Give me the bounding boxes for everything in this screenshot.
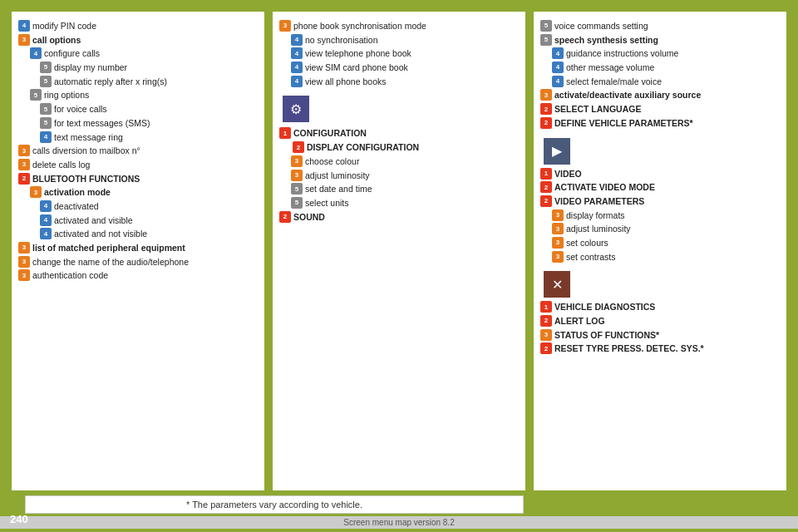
item-label: SELECT LANGUAGE	[554, 103, 641, 116]
item-badge: 4	[40, 131, 52, 143]
item-label: modify PIN code	[32, 20, 96, 32]
item-badge: 4	[18, 20, 30, 32]
list-item: 3set contrasts	[540, 251, 780, 264]
item-badge: 2	[540, 103, 552, 115]
list-item: 3set colours	[540, 237, 780, 249]
display-config-title: DISPLAY CONFIGURATION	[307, 141, 419, 154]
item-badge: 2	[540, 195, 552, 207]
item-label: ALERT LOG	[554, 315, 605, 328]
item-badge: 5	[291, 183, 303, 195]
list-item: 5for text messages (SMS)	[18, 117, 258, 130]
item-label: activated and visible	[54, 214, 133, 227]
list-item: 2VIDEO PARAMETERS	[540, 195, 780, 208]
item-badge: 2	[540, 117, 552, 129]
diag-icon-row: ✕	[540, 268, 780, 299]
column3-top-items: 5voice commands setting5speech synthesis…	[540, 20, 780, 130]
item-label: other message volume	[566, 62, 654, 74]
item-label: adjust luminosity	[566, 223, 631, 235]
column2-items: 3phone book synchronisation mode4no sync…	[279, 20, 519, 87]
diag-badge: 1	[540, 301, 552, 313]
list-item: 3STATUS OF FUNCTIONS*	[540, 329, 780, 342]
item-badge: 5	[540, 20, 552, 32]
list-item: 5select units	[279, 197, 519, 209]
footer-note-text: * The parameters vary according to vehic…	[186, 500, 362, 510]
item-label: call options	[32, 34, 81, 47]
main-content: 4modify PIN code3call options4configure …	[12, 12, 786, 490]
item-label: authentication code	[32, 269, 108, 282]
item-badge: 4	[552, 76, 564, 87]
list-item: 4view SIM card phone book	[279, 62, 519, 74]
item-badge: 3	[552, 251, 564, 263]
item-badge: 4	[40, 200, 52, 212]
column3-video-items: 2ACTIVATE VIDEO MODE2VIDEO PARAMETERS3di…	[540, 181, 780, 263]
item-label: view SIM card phone book	[305, 62, 408, 74]
item-label: ACTIVATE VIDEO MODE	[554, 181, 655, 194]
item-badge: 3	[18, 145, 30, 156]
item-label: activate/deactivate auxiliary source	[554, 89, 701, 101]
list-item: 4view all phone books	[279, 76, 519, 88]
list-item: 3activate/deactivate auxiliary source	[540, 89, 780, 101]
item-label: guidance instructions volume	[566, 47, 678, 60]
config-icon-row: ⚙	[279, 92, 519, 124]
item-label: change the name of the audio/telephone	[32, 256, 189, 268]
column-3: 5voice commands setting5speech synthesis…	[534, 12, 786, 490]
list-item: 2SELECT LANGUAGE	[540, 103, 780, 116]
list-item: 4text message ring	[18, 131, 258, 144]
item-badge: 3	[540, 329, 552, 341]
list-item: 2RESET TYRE PRESS. DETEC. SYS.*	[540, 342, 780, 355]
item-badge: 2	[540, 342, 552, 354]
video-title-row: 1 VIDEO	[540, 168, 780, 180]
item-label: delete calls log	[32, 159, 90, 171]
item-label: select units	[305, 197, 349, 209]
item-label: automatic reply after x ring(s)	[54, 76, 167, 88]
item-badge: 3	[552, 223, 564, 234]
list-item: 5set date and time	[279, 183, 519, 195]
video-title: VIDEO	[554, 168, 582, 180]
item-badge: 4	[30, 47, 42, 59]
item-badge: 4	[552, 47, 564, 59]
display-config-badge: 2	[293, 141, 304, 153]
item-badge: 5	[30, 89, 42, 101]
item-label: activation mode	[44, 186, 111, 199]
list-item: 3calls diversion to mailbox n°	[18, 145, 258, 157]
list-item: 2ACTIVATE VIDEO MODE	[540, 181, 780, 194]
list-item: 4other message volume	[540, 62, 780, 74]
item-badge: 4	[291, 47, 303, 59]
item-label: for voice calls	[54, 103, 107, 116]
item-label: adjust luminosity	[305, 170, 370, 182]
list-item: 3phone book synchronisation mode	[279, 20, 519, 32]
item-label: text message ring	[54, 131, 123, 144]
item-badge: 3	[18, 256, 30, 268]
item-badge: 5	[40, 62, 52, 73]
item-badge: 4	[291, 76, 303, 87]
list-item: 2ALERT LOG	[540, 315, 780, 328]
item-badge: 3	[18, 159, 30, 170]
item-badge: 3	[291, 155, 303, 167]
item-label: RESET TYRE PRESS. DETEC. SYS.*	[554, 342, 704, 355]
item-label: display my number	[54, 62, 127, 74]
video-icon-symbol: ▶	[552, 143, 562, 159]
list-item: 5display my number	[18, 62, 258, 74]
item-badge: 4	[40, 214, 52, 226]
item-badge: 3	[279, 20, 291, 32]
item-label: calls diversion to mailbox n°	[32, 145, 140, 157]
list-item: 4configure calls	[18, 47, 258, 60]
list-item: 4modify PIN code	[18, 20, 258, 32]
item-label: voice commands setting	[554, 20, 648, 32]
watermark: Screen menu map version 8.2	[0, 516, 798, 529]
item-label: configure calls	[44, 47, 100, 60]
page-number-text: 240	[10, 513, 28, 525]
item-label: speech synthesis setting	[554, 34, 658, 47]
column2-config-items: 3choose colour3adjust luminosity5set dat…	[279, 155, 519, 223]
item-label: SOUND	[293, 211, 325, 224]
list-item: 4activated and not visible	[18, 228, 258, 240]
item-badge: 2	[540, 181, 552, 193]
list-item: 3choose colour	[279, 155, 519, 168]
video-icon-row: ▶	[540, 135, 780, 166]
item-badge: 3	[30, 186, 42, 198]
item-badge: 3	[540, 89, 552, 101]
list-item: 3adjust luminosity	[279, 170, 519, 182]
list-item: 4activated and visible	[18, 214, 258, 227]
footer-note: * The parameters vary according to vehic…	[25, 495, 524, 514]
config-icon-symbol: ⚙	[290, 101, 302, 117]
